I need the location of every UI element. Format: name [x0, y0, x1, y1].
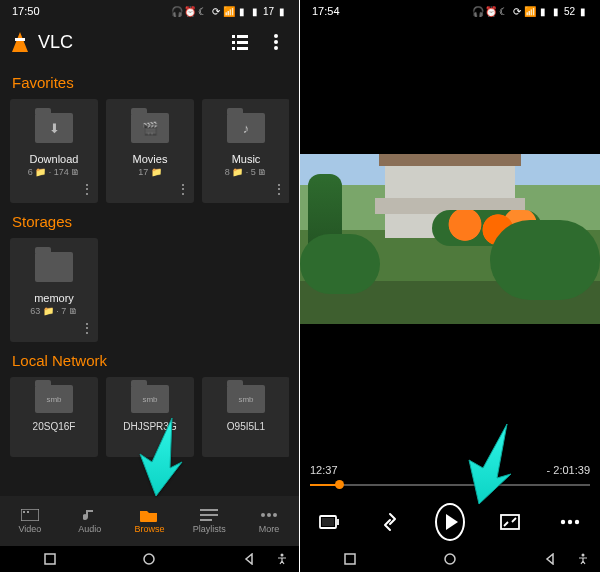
svg-point-17 [273, 513, 277, 517]
vlc-cone-icon [12, 32, 28, 52]
svg-point-24 [561, 520, 565, 524]
more-icon [260, 508, 278, 522]
card-meta: 6 📁 · 174 🗎 [28, 167, 81, 177]
network-card[interactable]: smb O95I5L1 [202, 377, 289, 457]
svg-point-29 [582, 554, 585, 557]
repeat-button[interactable] [375, 507, 405, 537]
bottom-nav: Video Audio Browse Playlists More [0, 496, 299, 546]
recent-apps-button[interactable] [343, 552, 357, 566]
card-label: O95I5L1 [206, 421, 286, 432]
accessibility-icon[interactable] [576, 552, 590, 566]
vlc-browse-screen: 17:50 🎧 ⏰ ☾ ⟳ 📶 ▮ ▮ 17 ▮ VLC [0, 0, 300, 572]
svg-rect-13 [200, 514, 218, 516]
browse-content[interactable]: Favorites ⬇ Download 6 📁 · 174 🗎 ⋮ 🎬 Mov… [0, 64, 299, 496]
vlc-player-screen: 17:54 🎧 ⏰ ☾ ⟳ 📶 ▮ ▮ 52 ▮ [300, 0, 600, 572]
browse-icon [140, 508, 158, 522]
alarm-icon: ⏰ [185, 6, 195, 16]
app-header: VLC [0, 20, 299, 64]
favorites-card[interactable]: ♪ Music 8 📁 · 5 🗎 ⋮ [202, 99, 289, 203]
view-list-icon[interactable] [229, 31, 251, 53]
play-circle-icon [435, 503, 465, 541]
network-card[interactable]: smb 20SQ16F [10, 377, 98, 457]
folder-icon: 🎬 [131, 113, 169, 143]
video-content [300, 234, 380, 294]
accessibility-icon[interactable] [275, 552, 289, 566]
svg-point-20 [281, 554, 284, 557]
status-time: 17:50 [12, 5, 40, 17]
nav-video[interactable]: Video [0, 496, 60, 546]
seek-bar[interactable] [310, 478, 590, 492]
favorites-card[interactable]: 🎬 Movies 17 📁 ⋮ [106, 99, 194, 203]
card-more-icon[interactable]: ⋮ [272, 186, 286, 193]
svg-rect-10 [23, 511, 25, 513]
svg-point-15 [261, 513, 265, 517]
video-frame [300, 154, 600, 324]
smb-folder-icon: smb [35, 385, 73, 413]
signal-icon: ▮ [250, 6, 260, 16]
card-meta: 63 📁 · 7 🗎 [30, 306, 78, 316]
status-icons: 🎧 ⏰ ☾ ⟳ 📶 ▮ ▮ 17 ▮ [172, 6, 287, 17]
svg-rect-27 [345, 554, 355, 564]
card-label: Music [206, 153, 286, 165]
svg-point-19 [144, 554, 154, 564]
nav-label: Audio [78, 524, 101, 534]
play-button[interactable] [435, 507, 465, 537]
card-label: Movies [110, 153, 190, 165]
favorites-card[interactable]: ⬇ Download 6 📁 · 174 🗎 ⋮ [10, 99, 98, 203]
svg-point-28 [445, 554, 455, 564]
player-more-button[interactable] [555, 507, 585, 537]
seek-thumb[interactable] [335, 480, 344, 489]
recent-apps-button[interactable] [43, 552, 57, 566]
moon-icon: ☾ [198, 6, 208, 16]
card-more-icon[interactable]: ⋮ [80, 186, 94, 193]
nav-more[interactable]: More [239, 496, 299, 546]
sync-icon: ⟳ [512, 6, 522, 16]
alarm-icon: ⏰ [486, 6, 496, 16]
video-icon [21, 508, 39, 522]
folder-icon [35, 252, 73, 282]
aspect-ratio-button[interactable] [495, 507, 525, 537]
remaining-time[interactable]: - 2:01:39 [547, 464, 590, 476]
svg-rect-23 [501, 515, 519, 529]
card-more-icon[interactable]: ⋮ [176, 186, 190, 193]
svg-rect-11 [27, 511, 29, 513]
svg-point-7 [274, 40, 278, 44]
nav-playlists[interactable]: Playlists [179, 496, 239, 546]
elapsed-time: 12:37 [310, 464, 338, 476]
status-bar: 17:50 🎧 ⏰ ☾ ⟳ 📶 ▮ ▮ 17 ▮ [0, 0, 299, 20]
back-button[interactable] [543, 552, 557, 566]
network-row: smb 20SQ16F smb DHJSPR3G smb O95I5L1 [10, 377, 289, 457]
sync-icon: ⟳ [211, 6, 221, 16]
nav-audio[interactable]: Audio [60, 496, 120, 546]
svg-rect-14 [200, 519, 212, 521]
headset-icon: 🎧 [473, 6, 483, 16]
nav-label: Video [18, 524, 41, 534]
card-meta: 17 📁 [138, 167, 162, 177]
favorites-row: ⬇ Download 6 📁 · 174 🗎 ⋮ 🎬 Movies 17 📁 ⋮… [10, 99, 289, 203]
video-surface[interactable] [300, 20, 600, 458]
headset-icon: 🎧 [172, 6, 182, 16]
card-label: 20SQ16F [14, 421, 94, 432]
nav-label: Browse [134, 524, 164, 534]
svg-rect-22 [322, 518, 334, 526]
back-button[interactable] [242, 552, 256, 566]
smb-folder-icon: smb [131, 385, 169, 413]
seek-track [310, 484, 590, 486]
home-button[interactable] [142, 552, 156, 566]
video-content [490, 220, 600, 300]
overflow-menu-icon[interactable] [265, 31, 287, 53]
card-label: Download [14, 153, 94, 165]
nav-browse[interactable]: Browse [120, 496, 180, 546]
network-card[interactable]: smb DHJSPR3G [106, 377, 194, 457]
card-more-icon[interactable]: ⋮ [80, 325, 94, 332]
battery-icon: ▮ [277, 6, 287, 16]
storage-card[interactable]: memory 63 📁 · 7 🗎 ⋮ [10, 238, 98, 342]
storages-heading: Storages [12, 213, 287, 230]
home-button[interactable] [443, 552, 457, 566]
signal-icon: ▮ [237, 6, 247, 16]
svg-rect-3 [237, 41, 248, 44]
lock-rotation-button[interactable] [315, 507, 345, 537]
favorites-heading: Favorites [12, 74, 287, 91]
svg-rect-4 [232, 47, 235, 50]
svg-point-8 [274, 46, 278, 50]
